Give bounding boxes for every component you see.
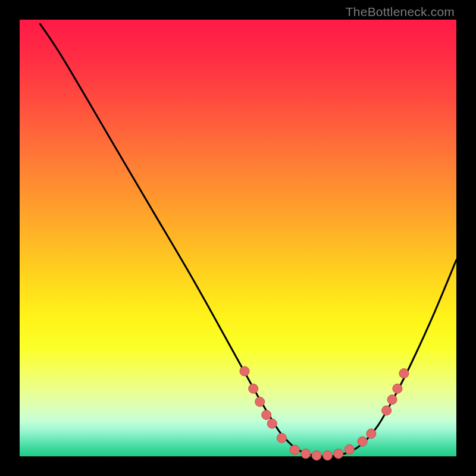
data-point xyxy=(382,406,392,415)
data-point xyxy=(312,451,321,461)
data-point xyxy=(290,445,299,455)
data-point xyxy=(262,410,271,419)
data-point xyxy=(255,397,265,406)
chart-frame: TheBottleneck.com xyxy=(0,0,476,476)
data-point xyxy=(367,429,376,439)
data-point xyxy=(249,384,258,393)
data-point xyxy=(301,449,311,459)
data-point xyxy=(240,367,249,376)
data-point xyxy=(399,369,409,378)
data-point xyxy=(393,384,402,393)
data-point xyxy=(267,419,277,428)
data-point xyxy=(345,444,354,454)
data-point xyxy=(323,451,333,461)
data-point xyxy=(277,433,286,443)
plot-area xyxy=(20,20,456,456)
data-point xyxy=(387,395,397,405)
chart-svg xyxy=(20,20,456,456)
data-point xyxy=(334,449,343,459)
data-points-group xyxy=(240,367,409,461)
data-point xyxy=(358,437,367,446)
watermark-text: TheBottleneck.com xyxy=(346,5,455,19)
